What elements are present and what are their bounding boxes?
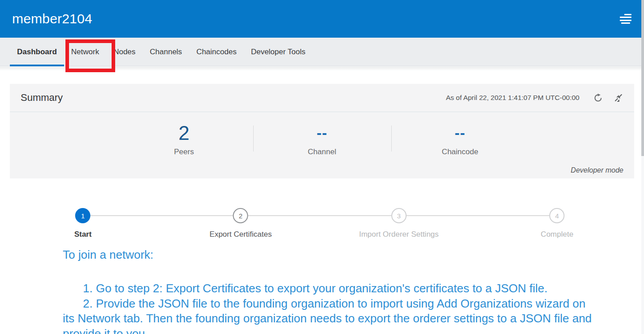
tab-chaincodes[interactable]: Chaincodes <box>189 38 244 66</box>
instruction-line-3: its Network tab. Then the founding organ… <box>63 311 636 326</box>
app-header: member2104 <box>0 0 644 38</box>
tab-chaincodes-label: Chaincodes <box>196 48 237 56</box>
summary-title: Summary <box>21 92 63 104</box>
as-of-timestamp: As of April 22, 2021 1:41:07 PM UTC-00:0… <box>446 94 579 102</box>
tab-developer-tools[interactable]: Developer Tools <box>244 38 313 66</box>
summary-header: Summary As of April 22, 2021 1:41:07 PM … <box>10 84 634 112</box>
tab-nodes[interactable]: Nodes <box>106 38 143 66</box>
menu-icon-bar <box>620 20 631 21</box>
tab-channels[interactable]: Channels <box>143 38 189 66</box>
tab-nodes-label: Nodes <box>113 48 135 56</box>
tab-dashboard[interactable]: Dashboard <box>10 38 64 66</box>
stat-chaincode-value: -- <box>391 121 529 145</box>
vertical-scrollbar[interactable] <box>641 0 644 334</box>
step-complete-circle: 4 <box>549 208 565 223</box>
scrollbar-thumb[interactable] <box>641 0 644 156</box>
collapse-icon[interactable] <box>614 93 623 103</box>
join-network-stepper: 1 Start 2 Export Certificates 3 Import O… <box>0 201 644 246</box>
step-start-circle: 1 <box>75 208 91 223</box>
developer-mode-note: Developer mode <box>571 166 623 174</box>
step-export-certificates-circle: 2 <box>233 208 248 223</box>
stat-channel-value: -- <box>253 121 391 145</box>
menu-icon-bar <box>624 14 631 15</box>
tab-network-label: Network <box>71 48 99 56</box>
step-export-certificates[interactable]: 2 Export Certificates <box>210 208 272 239</box>
stat-chaincode-label: Chaincode <box>391 147 529 156</box>
tabbar-shadow <box>0 67 644 71</box>
summary-stats: 2 Peers -- Channel -- Chaincode Develope… <box>10 112 634 178</box>
stat-peers: 2 Peers <box>115 121 253 156</box>
instruction-line-4: provide it to you. <box>63 326 636 334</box>
step-import-orderer-settings: 3 Import Orderer Settings <box>359 208 439 239</box>
stat-chaincode: -- Chaincode <box>391 121 529 156</box>
step-start[interactable]: 1 Start <box>74 208 92 239</box>
tab-network[interactable]: Network <box>64 38 106 66</box>
step-export-certificates-label: Export Certificates <box>210 230 272 239</box>
tab-developer-tools-label: Developer Tools <box>251 48 306 56</box>
tab-dashboard-label: Dashboard <box>17 48 57 56</box>
tab-bar: Dashboard Network Nodes Channels Chainco… <box>0 38 644 66</box>
join-network-instructions: To join a network: 1. Go to step 2: Expo… <box>63 247 636 334</box>
step-complete-label: Complete <box>541 230 574 239</box>
menu-icon-bar <box>621 22 630 24</box>
summary-panel: Summary As of April 22, 2021 1:41:07 PM … <box>10 84 634 178</box>
stat-channel: -- Channel <box>253 121 391 156</box>
tab-channels-label: Channels <box>150 48 182 56</box>
stat-channel-label: Channel <box>253 147 391 156</box>
instruction-line-1: 1. Go to step 2: Export Certificates to … <box>63 281 636 296</box>
stats-row: 2 Peers -- Channel -- Chaincode <box>10 112 634 156</box>
app-title: member2104 <box>12 11 92 26</box>
step-import-orderer-settings-label: Import Orderer Settings <box>359 230 439 239</box>
instruction-line-2: 2. Provide the JSON file to the founding… <box>63 296 636 312</box>
stepper-track <box>83 215 557 216</box>
stat-peers-label: Peers <box>115 147 253 156</box>
instructions-intro: To join a network: <box>63 247 636 262</box>
menu-icon[interactable] <box>620 14 631 24</box>
stat-peers-value: 2 <box>115 121 253 145</box>
instructions-lines: 1. Go to step 2: Export Certificates to … <box>63 281 636 334</box>
refresh-icon[interactable] <box>593 93 603 103</box>
step-complete: 4 Complete <box>541 208 574 239</box>
menu-icon-bar <box>620 17 631 18</box>
step-start-label: Start <box>74 230 92 239</box>
step-import-orderer-settings-circle: 3 <box>391 208 406 223</box>
summary-tools: As of April 22, 2021 1:41:07 PM UTC-00:0… <box>446 93 623 103</box>
